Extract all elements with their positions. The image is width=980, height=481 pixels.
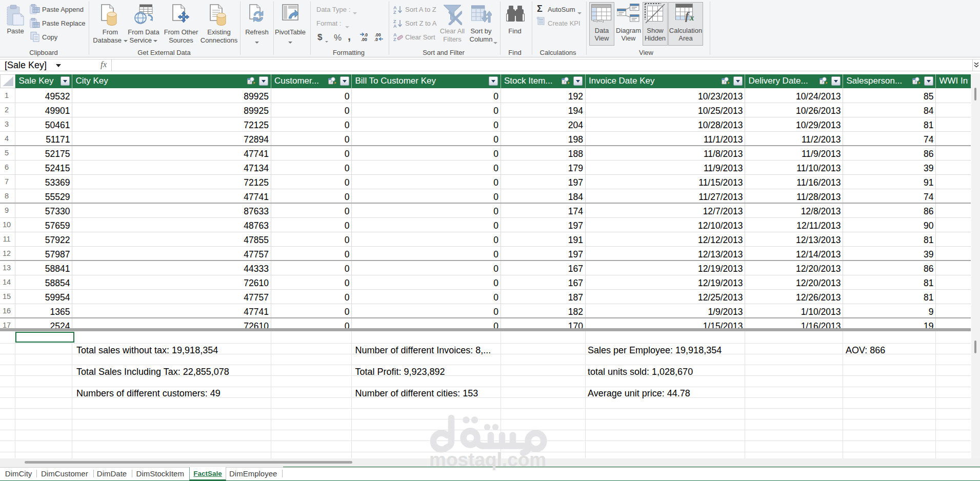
svg-text:Z: Z [393, 10, 396, 14]
svg-text:mostaql.com: mostaql.com [429, 449, 546, 470]
svg-text:x: x [689, 13, 694, 23]
